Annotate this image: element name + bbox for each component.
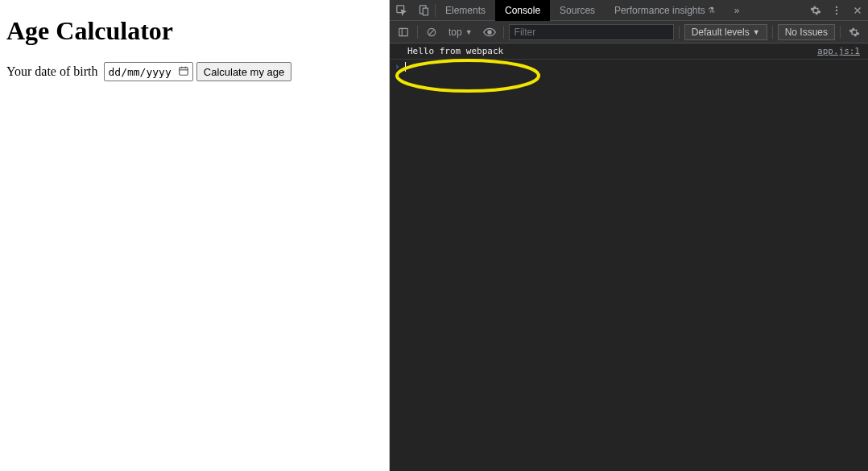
tab-elements[interactable]: Elements <box>436 0 495 21</box>
dob-date-input[interactable]: dd/mm/yyyy <box>104 62 192 81</box>
tab-label: Performance insights <box>614 5 705 16</box>
app-page: Age Calculator Your date of birth dd/mm/… <box>0 0 390 471</box>
svg-point-16 <box>488 31 491 34</box>
filter-input[interactable] <box>509 24 674 40</box>
prompt-arrow-icon: › <box>395 61 400 72</box>
levels-label: Default levels <box>692 27 750 38</box>
tab-console[interactable]: Console <box>495 0 550 21</box>
svg-point-8 <box>836 9 837 10</box>
svg-point-9 <box>836 12 837 14</box>
tab-performance-insights[interactable]: Performance insights ⚗ <box>605 0 725 21</box>
chevron-down-icon: ▼ <box>465 28 473 36</box>
divider <box>503 26 504 39</box>
console-prompt[interactable]: › <box>390 60 868 73</box>
log-message-text: Hello from webpack <box>407 46 503 56</box>
divider <box>772 26 773 39</box>
svg-point-7 <box>836 6 837 7</box>
context-label: top <box>448 27 462 38</box>
svg-line-15 <box>429 30 434 35</box>
log-levels-select[interactable]: Default levels ▼ <box>684 24 767 40</box>
clear-console-icon[interactable] <box>423 23 440 41</box>
dob-label: Your date of birth <box>6 64 97 79</box>
divider <box>679 26 680 39</box>
page-title: Age Calculator <box>6 16 382 46</box>
settings-gear-icon[interactable] <box>805 0 826 21</box>
kebab-menu-icon[interactable] <box>826 0 847 21</box>
console-log-row: Hello from webpack app.js:1 <box>390 43 868 60</box>
dob-form-row: Your date of birth dd/mm/yyyy Calculate … <box>6 62 382 81</box>
date-placeholder-text: dd/mm/yyyy <box>108 66 171 78</box>
console-toolbar: top ▼ Default levels ▼ No Issues <box>390 21 868 43</box>
devtools-panel: Elements Console Sources Performance ins… <box>390 0 868 471</box>
svg-rect-12 <box>399 28 408 35</box>
live-expression-eye-icon[interactable] <box>481 23 498 41</box>
devtools-tab-bar: Elements Console Sources Performance ins… <box>390 0 868 21</box>
device-toggle-icon[interactable] <box>412 0 435 21</box>
log-source-link[interactable]: app.js:1 <box>817 46 860 56</box>
issues-button[interactable]: No Issues <box>778 24 835 40</box>
inspect-element-icon[interactable] <box>390 0 412 21</box>
console-settings-gear-icon[interactable] <box>845 23 863 41</box>
execution-context-select[interactable]: top ▼ <box>445 27 476 38</box>
svg-rect-0 <box>180 67 188 74</box>
text-caret <box>405 62 406 72</box>
calculate-button[interactable]: Calculate my age <box>196 62 291 81</box>
svg-rect-6 <box>423 8 428 15</box>
chevron-down-icon: ▼ <box>753 28 760 36</box>
calendar-icon[interactable] <box>178 65 189 79</box>
tab-more[interactable]: » <box>725 0 750 21</box>
divider <box>840 26 841 39</box>
divider <box>417 26 418 39</box>
tab-sources[interactable]: Sources <box>550 0 605 21</box>
close-devtools-icon[interactable] <box>847 0 868 21</box>
console-output: Hello from webpack app.js:1 › <box>390 43 868 471</box>
flask-icon: ⚗ <box>708 6 715 14</box>
sidebar-toggle-icon[interactable] <box>395 23 412 41</box>
